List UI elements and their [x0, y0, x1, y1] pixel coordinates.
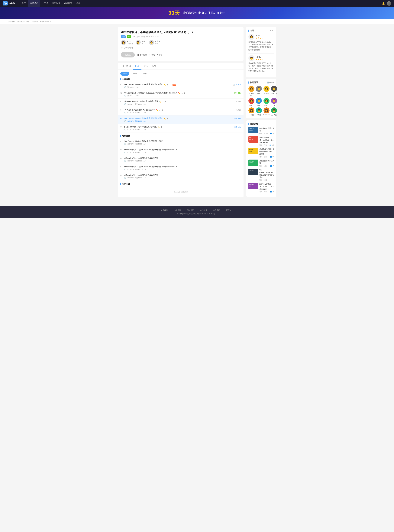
classmate-name-7: Bill: [273, 104, 275, 106]
rec-title-2: 前端全栈加强版！前端全栈+全周期+多端应用: [259, 148, 274, 155]
collect-button[interactable]: ☆ 收藏: [149, 54, 155, 56]
future-body-04: Vue全家桶实战 从零独立开发企业级小米电商系统(免费升级Vue3.0) 🕐 2…: [124, 165, 241, 171]
bought-button[interactable]: 已购买: [121, 52, 135, 57]
future-title-02: Vue全家桶实战 从零独立开发企业级小米电商系统(免费升级Vue3.0): [124, 148, 241, 151]
svg-text:高级电商: 高级电商: [249, 128, 254, 129]
rec-item-2[interactable]: 前端全栈 加强版 前端全栈加强版！前端全栈+全周期+多端应用 讲师：岳田 👥 5…: [249, 148, 274, 158]
share-icon-03[interactable]: ⬆: [165, 101, 166, 103]
nav-discover[interactable]: 发现课程: [28, 0, 40, 7]
item-status-05[interactable]: 查看回放: [234, 117, 241, 120]
share-icon-02[interactable]: ⬆: [184, 92, 185, 94]
mobile-watch-button[interactable]: 📱 手机观看: [137, 54, 147, 56]
download-icon-04[interactable]: ⬇: [159, 109, 161, 111]
rec-item-3[interactable]: 高级电商 全线系统 高级电商全线系统大课 讲师：冷睡 👥 46: [249, 160, 274, 167]
classmate-avatar-0: 👩: [249, 86, 254, 92]
footer-sitemap[interactable]: 网站地图: [187, 209, 194, 212]
nav-news[interactable]: 新闻资讯: [50, 0, 62, 7]
rec-meta-3: 讲师：冷睡 👥 46: [259, 165, 274, 167]
recommended-title: 推荐课程: [249, 123, 274, 125]
breadcrumb-series[interactable]: 新媒体营销系列: [17, 21, 29, 23]
classmate-name-4: 1767**: [249, 104, 254, 106]
logo[interactable]: 云朵课堂: [3, 1, 16, 5]
footer-careers[interactable]: 招贤纳士: [226, 209, 233, 212]
history-header: 历史回顾: [118, 181, 244, 187]
classmate-name-5: 1567**: [257, 104, 261, 106]
edit-icon-02[interactable]: ✏️: [178, 92, 181, 94]
tab-comments[interactable]: 评论: [141, 63, 150, 70]
edit-icon-04[interactable]: ✏️: [156, 109, 158, 111]
rec-item-1[interactable]: 玩转Java 开发工具 玩转Java开发工具，精通JUC，成为开发多面手 讲师：…: [249, 136, 274, 146]
svg-text:加强版: 加强版: [249, 151, 252, 152]
download-icon-06[interactable]: ⬇: [161, 126, 162, 128]
rec-thumb-3: 高级电商 全线系统: [249, 160, 258, 166]
banner-close-button[interactable]: ×: [390, 8, 392, 11]
item-title-02[interactable]: Vue全家桶实战 从零独立开发企业级小米电商系统(免费升级Vue3.0): [124, 92, 177, 94]
share-icon-04[interactable]: ⬆: [161, 109, 163, 111]
download-icon-03[interactable]: ⬇: [162, 101, 164, 103]
teacher-stars-0: ★★★★: [256, 37, 263, 39]
breadcrumb-discover[interactable]: 发现课程: [8, 21, 15, 23]
teacher-item-0: 👩 罗静 ★★★★ 国内某重点大学安全工程专业硕士，国家一级注册消防工程师、注册…: [249, 34, 274, 51]
footer-partner[interactable]: 合作伙伴: [200, 209, 207, 212]
rec-item-5[interactable]: 玩转Java 精通JUC 玩转Java开发工具，精通JUC，成为开发多面手 讲师…: [249, 183, 274, 193]
download-icon-05[interactable]: ⬇: [167, 118, 168, 120]
share-button[interactable]: ⬆ 分享: [157, 54, 162, 56]
course-meta: 246人已学习·有效期至：2019-10-21: [132, 36, 159, 38]
edit-icon-06[interactable]: ✏️: [157, 126, 160, 128]
item-body-01: Vue Element+Node.js开发企业通用管理后台系统 ✏️ ⬇ ⬆ 资…: [124, 83, 233, 88]
footer-disclaimer[interactable]: 免责声明: [213, 209, 220, 212]
instructor-1-name: 凌荷: [142, 40, 146, 43]
future-num-02: 02: [120, 148, 124, 151]
classmate-avatar-9: 👨: [256, 107, 262, 113]
bar-chart-icon-01: 📊: [233, 84, 235, 86]
notification-bell-icon[interactable]: 🔔: [382, 2, 385, 5]
today-live-header: 今日直播: [118, 76, 244, 82]
nav-home[interactable]: 首页: [20, 0, 28, 7]
nav-open[interactable]: 公开课: [40, 0, 50, 7]
rec-item-4[interactable]: Vue+Node 企业后台 Vue Element+Node.js开发企业通用管…: [249, 169, 274, 181]
edit-icon-03[interactable]: ✏️: [159, 101, 161, 103]
classmate-3: 👨 Charles: [271, 86, 277, 96]
item-status-06[interactable]: 查看回放: [234, 126, 241, 128]
download-icon-02[interactable]: ⬇: [181, 92, 183, 94]
material-badge-01[interactable]: 资料: [172, 83, 176, 86]
footer-about[interactable]: 关于我们: [161, 209, 168, 212]
share-icon-01[interactable]: ⬆: [169, 83, 171, 86]
clock-icon-01: 🕐: [124, 86, 126, 88]
svg-text:企业后台: 企业后台: [249, 172, 252, 172]
share-icon-05[interactable]: ⬆: [169, 118, 171, 120]
nav-qa[interactable]: 问答社区: [62, 0, 74, 7]
teachers-pagination[interactable]: 1/10 ›: [270, 30, 274, 31]
classmates-refresh[interactable]: 🔄 换一换: [267, 81, 274, 84]
user-avatar[interactable]: [387, 1, 391, 6]
edit-icon-05[interactable]: ✏️: [164, 118, 166, 120]
main-container: 明星中教授课，小学阶段语法100分–强化级第1讲动词（一） 直播 录播 246人…: [115, 24, 279, 202]
classmate-avatar-4: 👩: [249, 98, 254, 104]
item-title-01[interactable]: Vue Element+Node.js开发企业通用管理后台系统: [124, 83, 163, 86]
item-title-05[interactable]: Vue Element+Node.js开发企业通用管理后台系统: [124, 117, 163, 120]
tab-catalog[interactable]: 目录: [133, 63, 141, 70]
sub-tab-interview[interactable]: 面接: [141, 72, 150, 76]
classmate-6: 👩 1867**: [263, 98, 270, 106]
item-num-05: 05: [120, 117, 124, 120]
classmate-avatar-3: 👨: [271, 86, 277, 92]
rec-item-0[interactable]: 高级电商 全线系统 高级电商全线系统大课 讲师：张小锋 👥 34: [249, 127, 274, 135]
classmate-11: 👨 qq_天涯: [271, 107, 277, 116]
tab-qa[interactable]: 问答: [150, 63, 158, 70]
course-title: 明星中教授课，小学阶段语法100分–强化级第1讲动词（一）: [121, 30, 240, 34]
item-num-06: 06: [120, 126, 124, 128]
edit-icon-01[interactable]: ✏️: [164, 83, 166, 86]
svg-point-1: [5, 3, 6, 4]
item-icons-03: ✏️ ⬇ ⬆: [159, 101, 166, 103]
sub-tab-live[interactable]: 直播: [120, 72, 130, 76]
future-time-03: 🕐 2020/02/26 周四 10:00–11:00: [124, 160, 241, 162]
clock-icon-f05: 🕐: [124, 177, 126, 179]
tab-intro[interactable]: 课程介绍: [120, 63, 133, 70]
footer-franchise[interactable]: 加盟代理: [174, 209, 181, 212]
sub-tab-record[interactable]: 录播: [130, 72, 140, 76]
nav-more[interactable]: ...: [82, 0, 86, 7]
classmate-avatar-6: 👩: [264, 98, 270, 104]
download-icon-01[interactable]: ⬇: [167, 83, 168, 86]
nav-questions[interactable]: 题库: [74, 0, 82, 7]
share-icon-06[interactable]: ⬆: [163, 126, 165, 128]
